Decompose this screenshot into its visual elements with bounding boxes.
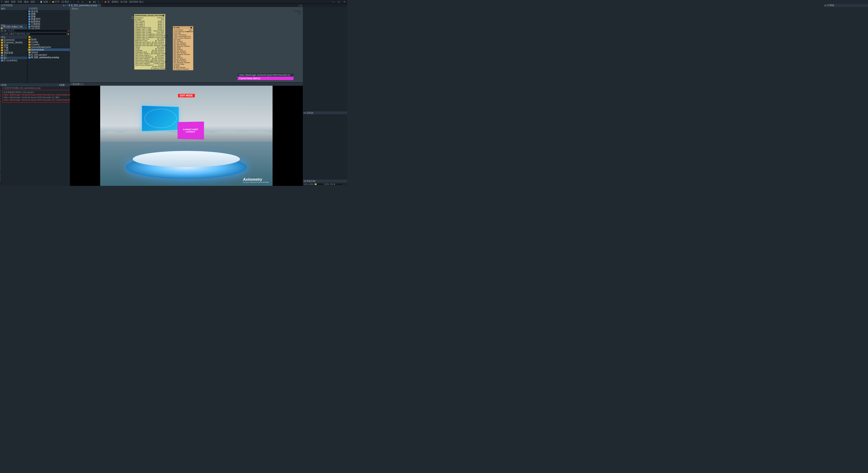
- log-line: Video: Blackmagic: DeckLink Quad HDMI Re…: [3, 96, 70, 99]
- virtual-screen-1: [142, 105, 179, 131]
- menu-view[interactable]: 视图: [11, 0, 16, 3]
- stream-button[interactable]: ▶流: [105, 0, 110, 3]
- wires: [70, 7, 140, 42]
- cpu-value: 7%: [330, 183, 333, 185]
- camera-button[interactable]: 摄像机: [112, 0, 119, 3]
- compound-tab[interactable]: B_033_aximmetry.xcomp ×: [67, 4, 101, 7]
- node-pin[interactable]: B Mask: [187, 31, 192, 32]
- maximize-icon[interactable]: ◻: [338, 0, 341, 3]
- menu-help[interactable]: 辅助: [31, 0, 35, 3]
- favorites-header: 偏好: [0, 7, 27, 10]
- tree-item[interactable]: [Common]: [0, 39, 27, 41]
- pause-icon[interactable]: ▮▮: [93, 0, 96, 3]
- log-line: >>正在打开文档B_033_aximmetry.xcomp: [2, 87, 70, 89]
- clear-search-icon[interactable]: ×: [68, 29, 69, 32]
- nav-fwd-icon[interactable]: »: [4, 29, 6, 32]
- file-item[interactable]: DerivedDataCache: [28, 46, 70, 49]
- error-title: Video: Blackmagic: DeckLink Quad HDMI Re…: [238, 73, 293, 76]
- tree-item[interactable]: D:\: [0, 57, 27, 59]
- virtual-screen-error: CANNOT KEEP LATENCY: [178, 122, 204, 139]
- restart-icon[interactable]: ↻: [98, 0, 99, 3]
- cpu-label: CPU: [325, 183, 329, 185]
- svg-point-1: [62, 1, 64, 3]
- file-item[interactable]: Content: [28, 43, 70, 46]
- path-input[interactable]: [0, 33, 67, 35]
- svg-rect-0: [40, 1, 42, 3]
- cueboard-button[interactable]: 告示板: [120, 0, 127, 3]
- file-browser-header: 文件浏览器⊞ ≡: [0, 4, 67, 7]
- output-out[interactable]: Out: [293, 12, 301, 14]
- file-item[interactable]: B_033_aximmetry.xcomp: [28, 56, 70, 59]
- close-icon[interactable]: ✕: [343, 0, 346, 3]
- log-panel: 4.png"] 正在加载 "[Common_Studio]:Imagesette…: [0, 86, 70, 186]
- gpu-label: GPU: [304, 183, 308, 185]
- menu-y[interactable]: Y: [1, 0, 3, 3]
- file-item[interactable]: Config: [28, 41, 70, 43]
- dashboard-header: ▸▸仪表盘: [303, 111, 347, 114]
- node-b033[interactable]: B_033 ▦ ConnectionLow Latency ModeOut Si…: [173, 26, 193, 70]
- node-mixedcam[interactable]: ⊞ MixedCam_Unreal_3+3-Cam ▦ RenderedB Ma…: [134, 14, 165, 70]
- open-icon: [52, 1, 54, 3]
- nav-back-icon[interactable]: «: [0, 29, 3, 32]
- node-pin[interactable]: B Shadow Texture: [151, 67, 164, 69]
- file-browser: 偏好 最近 D:\UE5.4\项目工程文...\B_033 文档类型 混合组视频…: [0, 7, 70, 83]
- tree-item[interactable]: 系统资源: [0, 52, 27, 54]
- redo-icon[interactable]: [81, 0, 84, 3]
- info-header: ▸信息: [58, 83, 70, 86]
- pin-values-panel: [303, 7, 347, 111]
- cpu-bar: [334, 183, 343, 185]
- aximmetry-logo: AximmetryVIRTUAL PRODUCTION PLATFORM: [243, 178, 269, 183]
- recent-icon: [62, 1, 64, 3]
- file-item[interactable]: B_033.uproject: [28, 54, 70, 56]
- preview-header: ▸预览窗口 1: [70, 83, 303, 86]
- cpu-load-header: 处理器负载: [303, 180, 347, 183]
- undo-icon[interactable]: [76, 0, 80, 3]
- new-button[interactable]: 新建▼: [40, 0, 50, 3]
- menu-nav[interactable]: 导航: [18, 0, 22, 3]
- error-overlay: Video: Blackmagic: DeckLink Quad HDMI Re…: [238, 73, 293, 80]
- menu-play[interactable]: 播放: [24, 0, 29, 3]
- play-icon[interactable]: ▶: [89, 0, 91, 3]
- file-item[interactable]: Saved: [28, 51, 70, 54]
- output-preview[interactable]: Preview: [293, 10, 301, 12]
- node-title: B_033 ▦: [173, 26, 193, 29]
- error-body: Cannot keep latency: [238, 76, 293, 80]
- log-line: 正在加载虚幻项目B_033.uproject: [3, 91, 70, 94]
- preview-viewport[interactable]: CANNOT KEEP LATENCY EDIT MODE AximmetryV…: [100, 86, 273, 186]
- panel-expand-icon[interactable]: ⊞: [300, 4, 302, 7]
- tree-item[interactable]: E:\ (LanXxin): [0, 59, 27, 62]
- favorite-star-icon[interactable]: ★: [67, 33, 69, 36]
- tree-item[interactable]: C:\: [0, 54, 27, 57]
- menu-edit[interactable]: 编辑: [4, 0, 9, 3]
- preview-panel: CANNOT KEEP LATENCY EDIT MODE AximmetryV…: [70, 86, 303, 186]
- node-pin[interactable]: B Shadow Texture: [174, 68, 186, 70]
- node-pin[interactable]: Seq Focus Distance 3: [135, 64, 150, 66]
- tab-label: B_033_aximmetry.xcomp: [71, 4, 97, 7]
- file-item[interactable]: Intermediate: [28, 49, 70, 51]
- open-button[interactable]: 打开: [52, 0, 60, 3]
- track-camera-button[interactable]: 跟踪相机 输入: [129, 0, 144, 3]
- log-header: ▸日志: [0, 83, 58, 86]
- highlighted-errors: 正在加载虚幻项目B_033.uprojectVideo: Blackmagic:…: [2, 90, 70, 102]
- file-item[interactable]: Build: [28, 38, 70, 41]
- log-line: Video: Blackmagic: DeckLink Quad HDMI Re…: [3, 94, 70, 96]
- new-icon: [40, 1, 43, 3]
- gpu-bar: [314, 183, 324, 185]
- tab-bar: 文件浏览器⊞ ≡ B_033_aximmetry.xcomp × ≡ ⊞ ▸▸引…: [0, 4, 347, 7]
- breadcrumb[interactable]: Root ▸: [72, 7, 79, 10]
- search-input[interactable]: [7, 29, 67, 32]
- virtual-stage: [126, 149, 247, 179]
- tab-close-icon[interactable]: ×: [98, 4, 99, 7]
- projects-header: 项目: [0, 36, 27, 39]
- recent-button[interactable]: 最近▼: [62, 0, 71, 3]
- compound-icon: [69, 5, 70, 6]
- dashboard-panel: [303, 114, 347, 180]
- file-item[interactable]: ..: [28, 36, 70, 38]
- panel-menu-icon[interactable]: ≡: [298, 4, 300, 7]
- node-graph[interactable]: Root ▸: [70, 7, 303, 83]
- menubar: Y 编辑 视图 导航 播放 辅助 | 新建▼ 打开 最近▼ | | ▶ ▮▮ ↻…: [0, 0, 347, 4]
- gpu-value: 23%: [309, 183, 314, 185]
- log-line: Video: Blackmagic: DeckLink Quad HDMI Re…: [3, 99, 70, 101]
- minimize-icon[interactable]: —: [332, 0, 335, 3]
- graph-outputs: Preview Out: [293, 10, 301, 14]
